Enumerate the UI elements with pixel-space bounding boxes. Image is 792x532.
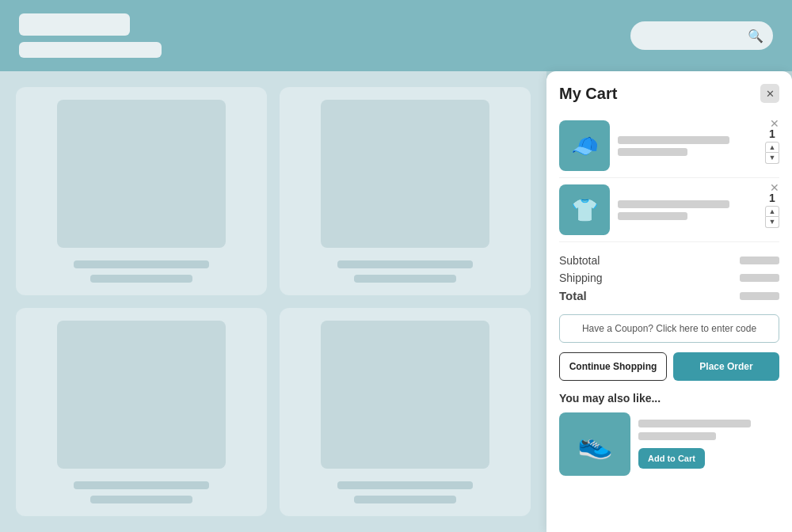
shipping-label: Shipping [559,272,603,284]
quantity-decrease-button[interactable]: ▼ [765,153,779,164]
product-subtitle [90,275,192,283]
main-area: My Cart ✕ 🧢 1 ▲ ▼ ✕ 👕 [0,71,792,532]
upsell-item-image: 👟 [559,412,630,476]
cart-totals: Subtotal Shipping Total [559,252,779,305]
cart-item: 👕 1 ▲ ▼ ✕ [559,178,779,242]
product-image [57,321,227,469]
quantity-increase-button[interactable]: ▲ [765,142,779,153]
place-order-button[interactable]: Place Order [673,352,779,381]
subtotal-label: Subtotal [559,254,600,267]
quantity-increase-button[interactable]: ▲ [765,206,779,217]
cart-title: My Cart [559,85,617,103]
continue-shopping-button[interactable]: Continue Shopping [559,352,667,381]
tagline [19,42,162,58]
header: 🔍 [0,0,792,71]
shipping-row: Shipping [559,269,779,287]
total-label: Total [559,289,587,302]
product-grid [0,71,546,532]
search-bar[interactable]: 🔍 [630,21,773,50]
cart-item-price [618,212,687,220]
product-card[interactable] [16,308,267,516]
total-row: Total [559,287,779,305]
remove-item-button[interactable]: ✕ [770,181,779,194]
cart-actions: Continue Shopping Place Order [559,352,779,381]
cart-panel: My Cart ✕ 🧢 1 ▲ ▼ ✕ 👕 [546,71,792,532]
cart-item-image-hat: 🧢 [559,120,610,171]
product-title [74,481,209,489]
quantity-controls: ▲ ▼ [765,142,779,164]
search-icon: 🔍 [748,28,763,44]
shipping-value [740,274,779,282]
upsell-item-price [638,432,716,440]
coupon-input[interactable]: Have a Coupon? Click here to enter code [559,314,779,343]
logo [19,13,130,36]
upsell-item: 👟 Add to Cart [559,412,779,476]
product-image [321,100,490,248]
upsell-item-info: Add to Cart [638,420,779,469]
product-card[interactable] [280,87,531,295]
product-image [57,100,227,248]
total-value [740,292,779,300]
subtotal-value [740,256,779,264]
upsell-item-name [638,420,751,428]
product-subtitle [90,496,192,504]
product-image [321,321,490,469]
product-title [337,481,473,489]
add-to-cart-button[interactable]: Add to Cart [638,448,705,469]
header-left [19,13,162,58]
cart-item-price [618,148,687,156]
cart-close-button[interactable]: ✕ [760,84,779,103]
upsell-section: You may also like... 👟 Add to Cart [559,392,779,476]
cart-item-name [618,200,729,208]
upsell-title: You may also like... [559,392,779,405]
product-card[interactable] [16,87,267,295]
product-title [337,260,473,268]
cart-item-info [618,200,757,220]
subtotal-row: Subtotal [559,252,779,269]
cart-item-image-shirt: 👕 [559,184,610,235]
quantity-controls: ▲ ▼ [765,206,779,228]
cart-item-info [618,136,757,156]
product-subtitle [354,496,455,504]
cart-item-quantity: 1 ▲ ▼ [765,127,779,164]
cart-item-quantity: 1 ▲ ▼ [765,192,779,228]
product-card[interactable] [280,308,531,516]
remove-item-button[interactable]: ✕ [770,117,779,130]
product-subtitle [354,275,455,283]
cart-item: 🧢 1 ▲ ▼ ✕ [559,114,779,178]
quantity-decrease-button[interactable]: ▼ [765,217,779,228]
cart-header: My Cart ✕ [559,84,779,103]
product-title [74,260,209,268]
cart-item-name [618,136,729,144]
